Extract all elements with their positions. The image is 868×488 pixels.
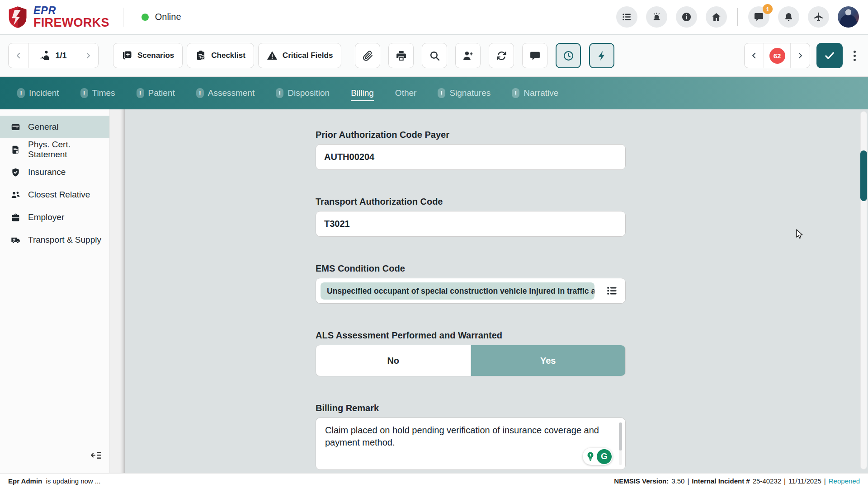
tab-other[interactable]: Other [395, 88, 417, 98]
checklist-button[interactable]: Checklist [187, 43, 254, 68]
tab-narrative[interactable]: Narrative [512, 88, 558, 98]
header-actions: 1 [616, 6, 868, 28]
quick-actions-button[interactable] [589, 43, 614, 68]
textarea-scrollbar-thumb[interactable] [619, 422, 622, 450]
tab-billing[interactable]: Billing [351, 88, 374, 98]
record-state-badge: Reopened [829, 477, 860, 485]
sidebar-item-general[interactable]: General [0, 116, 109, 138]
header-divider [123, 8, 123, 27]
user-avatar[interactable] [838, 6, 859, 28]
online-label: Online [155, 12, 181, 22]
field-als-assessment: ALS Assessment Performed and Warranted N… [316, 330, 626, 376]
siren-button[interactable] [646, 6, 667, 28]
comment-button[interactable] [522, 43, 547, 68]
connection-status: Online [142, 12, 181, 22]
sidebar-item-label: Phys. Cert. Statement [28, 140, 109, 160]
scenarios-button[interactable]: Scenarios [113, 43, 183, 68]
record-next-button[interactable] [791, 43, 810, 68]
time-log-button[interactable] [556, 43, 581, 68]
incident-label: Internal Incident # [692, 477, 750, 485]
nemsis-label: NEMSIS Version: [614, 477, 669, 485]
sidebar-item-closest-relative[interactable]: Closest Relative [0, 183, 109, 206]
grammarly-icon[interactable] [597, 449, 612, 464]
app-header: EPR FIREWORKS Online [0, 0, 868, 34]
sidebar-item-transport-supply[interactable]: Transport & Supply [0, 229, 109, 251]
separator: | [687, 477, 689, 485]
tab-assessment[interactable]: Assessment [196, 88, 255, 98]
open-list-button[interactable] [606, 285, 618, 297]
patient-icon [40, 50, 51, 61]
prior-auth-input[interactable]: AUTH00204 [316, 144, 626, 170]
patient-counter[interactable]: 1/1 [29, 43, 78, 68]
menu-list-icon [622, 12, 632, 22]
chevron-left-icon [750, 52, 758, 60]
tab-signatures[interactable]: Signatures [438, 88, 491, 98]
flight-mode-button[interactable] [808, 6, 829, 28]
tab-incident[interactable]: Incident [17, 88, 59, 98]
menu-list-button[interactable] [616, 6, 637, 28]
textarea-scrollbar [619, 422, 622, 465]
field-ems-condition: EMS Condition Code Unspecified occupant … [316, 263, 626, 304]
activity-text: is updating now ... [46, 477, 100, 485]
sidebar-gutter [109, 109, 125, 473]
briefcase-icon [11, 213, 20, 222]
attachment-button[interactable] [355, 43, 380, 68]
tab-patient[interactable]: Patient [137, 88, 175, 98]
more-options-button[interactable] [849, 43, 860, 68]
record-count-cell: 62 [764, 43, 790, 68]
sidebar-item-label: Insurance [28, 167, 66, 177]
patient-next-button[interactable] [78, 43, 98, 68]
content-area: General Phys. Cert. Statement Insurance [0, 109, 868, 473]
page-scrollbar-thumb[interactable] [860, 150, 867, 201]
record-meta: NEMSIS Version: 3.50 | Internal Incident… [614, 477, 860, 485]
add-person-icon [462, 50, 474, 61]
record-count-badge[interactable]: 62 [769, 48, 785, 64]
alert-icon [137, 88, 144, 98]
flight-icon [813, 12, 824, 22]
home-button[interactable] [706, 6, 727, 28]
sidebar-collapse-button[interactable] [90, 451, 104, 461]
section-tabbar: Incident Times Patient Assessment Dispos… [0, 77, 868, 109]
alert-icon [80, 88, 88, 98]
info-button[interactable] [676, 6, 697, 28]
sidebar-item-label: Employer [28, 212, 64, 222]
incident-number: 25-40232 [753, 477, 781, 485]
clock-icon [563, 50, 574, 61]
sidebar-item-employer[interactable]: Employer [0, 206, 109, 229]
field-transport-auth: Transport Authorization Code T3021 [316, 197, 626, 237]
field-prior-auth: Prior Authorization Code Payer AUTH00204 [316, 130, 626, 170]
sync-button[interactable] [489, 43, 514, 68]
people-icon [11, 190, 20, 200]
tab-times[interactable]: Times [80, 88, 115, 98]
active-user: Epr Admin [8, 477, 42, 485]
als-option-yes[interactable]: Yes [471, 345, 626, 376]
sidebar-item-insurance[interactable]: Insurance [0, 161, 109, 183]
patient-prev-button[interactable] [9, 43, 28, 68]
field-label: ALS Assessment Performed and Warranted [316, 330, 626, 341]
add-person-button[interactable] [455, 43, 481, 68]
app-logo: EPR FIREWORKS [0, 5, 109, 29]
tab-disposition[interactable]: Disposition [276, 88, 330, 98]
lightbulb-icon [585, 451, 595, 461]
search-button[interactable] [422, 43, 447, 68]
confirm-button[interactable] [816, 43, 843, 68]
sidebar-item-phys-cert-statement[interactable]: Phys. Cert. Statement [0, 138, 109, 161]
als-option-no[interactable]: No [316, 345, 471, 376]
lightning-icon [596, 50, 608, 61]
notifications-button[interactable] [778, 6, 799, 28]
sidebar-item-label: Closest Relative [28, 190, 90, 200]
page-scrollbar[interactable] [860, 111, 867, 469]
suggestion-bulb-icon[interactable] [585, 451, 595, 461]
ems-condition-lookup[interactable]: Unspecified occupant of special construc… [316, 278, 626, 304]
print-button[interactable] [388, 43, 414, 68]
incident-date: 11/11/2025 [788, 477, 821, 485]
record-prev-button[interactable] [745, 43, 764, 68]
status-bar: Epr Admin is updating now ... NEMSIS Ver… [0, 473, 868, 488]
transport-auth-input[interactable]: T3021 [316, 211, 626, 237]
critical-fields-button[interactable]: Critical Fields [258, 43, 341, 68]
ems-condition-chip: Unspecified occupant of special construc… [321, 282, 594, 300]
checklist-icon [195, 50, 206, 61]
record-toolbar: 1/1 Scenarios Checklist Crit [0, 35, 868, 77]
messages-button[interactable]: 1 [748, 6, 769, 28]
billing-remark-textarea[interactable]: Claim placed on hold pending verificatio… [316, 418, 626, 470]
